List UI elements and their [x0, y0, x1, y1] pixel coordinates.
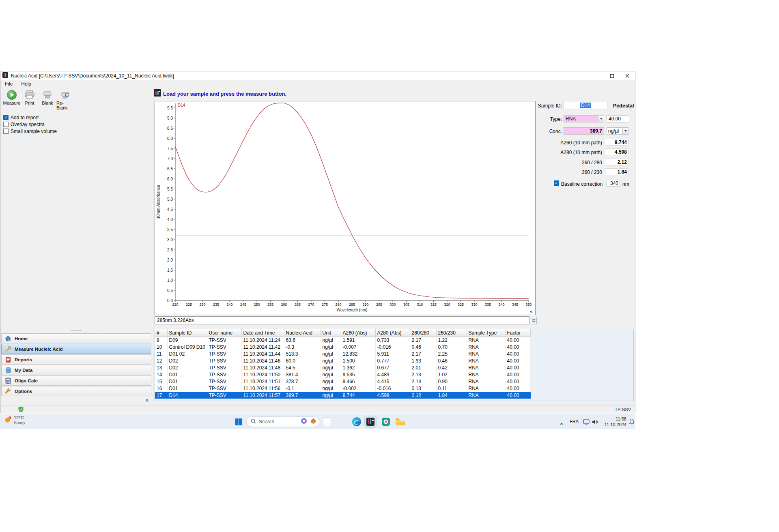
table-cell: 513.3: [284, 350, 321, 357]
x-tick-label: 235: [213, 302, 219, 307]
checkbox-box[interactable]: [3, 129, 9, 134]
checkbox-overlay-spectra[interactable]: Overlay spectra: [3, 121, 153, 128]
checkbox-add-to-report[interactable]: ✓Add to report: [3, 114, 153, 121]
reblank-button[interactable]: Re-Blank: [56, 89, 74, 110]
clock[interactable]: 11:58 11.10.2024: [603, 416, 626, 428]
table-cell: 11.10.2024 11:42: [241, 343, 284, 350]
minimize-button[interactable]: [589, 71, 604, 80]
factor-field[interactable]: 40.00: [607, 115, 629, 122]
table-cell: 2.01: [410, 364, 436, 371]
chevron-down-icon[interactable]: [622, 128, 628, 134]
checkbox-box[interactable]: ✓: [3, 115, 9, 120]
baseline-wavelength-field[interactable]: 340: [607, 180, 620, 187]
column-header[interactable]: A280 (Abs): [375, 329, 410, 337]
menu-file[interactable]: File: [5, 81, 13, 87]
sidebar-item-reports[interactable]: Reports: [1, 354, 151, 365]
titlebar[interactable]: Nucleic Acid [C:\Users\TP-SSV\Documents\…: [0, 71, 635, 80]
conc-field[interactable]: 389.7: [564, 127, 604, 135]
column-header[interactable]: Sample ID: [167, 329, 207, 337]
column-header[interactable]: User name: [207, 329, 241, 337]
maximize-button[interactable]: [604, 71, 620, 80]
tray-expand-icon[interactable]: [560, 420, 564, 427]
start-button[interactable]: [234, 417, 243, 427]
column-header[interactable]: 260/280: [410, 329, 436, 337]
table-cell: D02: [167, 357, 207, 364]
x-tick-label: 240: [226, 302, 232, 307]
table-cell: 1.84: [436, 392, 467, 399]
baseline-correction-checkbox[interactable]: ✓: [554, 180, 559, 186]
table-row-14[interactable]: 14D01TP-SSV11.10.2024 11:50381.4ng/µl9.5…: [155, 371, 530, 378]
volume-icon[interactable]: [592, 419, 598, 426]
table-cell: 11: [155, 350, 167, 357]
table-cell: TP-SSV: [207, 357, 241, 364]
menu-help[interactable]: Help: [21, 81, 31, 87]
type-select[interactable]: RNA: [564, 115, 604, 122]
spectrum-chart[interactable]: 0.00.51.01.52.02.53.03.54.04.55.05.56.06…: [155, 101, 536, 315]
y-tick-label: 7.5: [167, 146, 173, 151]
checkbox-small-sample-volume[interactable]: Small sample volume: [3, 128, 153, 135]
splitter-handle-icon[interactable]: ••••••: [1, 330, 151, 333]
x-tick-label: 340: [498, 302, 504, 307]
language-indicator[interactable]: FRA: [570, 419, 579, 424]
copilot-icon[interactable]: [301, 418, 307, 426]
sample-id-input[interactable]: D14: [564, 102, 607, 109]
print-button[interactable]: Print: [21, 89, 39, 110]
column-header[interactable]: 260/230: [436, 329, 467, 337]
column-header[interactable]: A260 (Abs): [341, 329, 375, 337]
table-row-17[interactable]: 17D14TP-SSV11.10.2024 11:57389.7ng/µl9.7…: [155, 392, 530, 399]
sidebar-item-options[interactable]: Options: [1, 386, 151, 396]
table-cell: -0.016: [375, 343, 410, 350]
column-header[interactable]: #: [155, 329, 167, 337]
table-row-9[interactable]: 9D09TP-SSV11.10.2024 11:2463.6ng/µl1.591…: [155, 337, 530, 343]
blank-button[interactable]: Blank: [39, 89, 56, 110]
checkbox-label: Overlay spectra: [11, 122, 45, 127]
column-header[interactable]: Nucleic Acid: [284, 329, 321, 337]
weather-widget[interactable]: 1 12°C Sunny: [4, 415, 25, 425]
table-row-13[interactable]: 13D02TP-SSV11.10.2024 11:4854.5ng/µl1.36…: [155, 364, 530, 371]
window-title: Nucleic Acid [C:\Users\TP-SSV\Documents\…: [11, 73, 174, 79]
security-shield-icon: [18, 406, 24, 413]
sidebar-item-home[interactable]: Home: [1, 333, 151, 343]
nanodrop-app-icon[interactable]: [364, 416, 377, 428]
table-row-15[interactable]: 15D01TP-SSV11.10.2024 11:51378.7ng/µl9.4…: [155, 378, 530, 385]
conc-unit-select[interactable]: ng/µl: [607, 127, 628, 135]
column-header[interactable]: Factor: [505, 329, 530, 337]
nav-expand-button[interactable]: »: [1, 397, 151, 403]
table-row-12[interactable]: 12D02TP-SSV11.10.2024 11:4660.0ng/µl1.50…: [155, 357, 530, 364]
task-view-icon[interactable]: [323, 417, 331, 426]
sidebar-item-label: My Data: [15, 368, 32, 373]
x-tick-label: 270: [308, 302, 314, 307]
table-cell: 9: [155, 337, 167, 343]
close-button[interactable]: [620, 71, 635, 80]
colored-app-icon[interactable]: [380, 416, 392, 428]
sidebar-item-my-data[interactable]: My Data: [1, 365, 151, 375]
table-row-10[interactable]: 10Control D09 D10TP-SSV11.10.2024 11:42-…: [155, 343, 530, 350]
notification-bell-icon[interactable]: [629, 418, 635, 426]
checkbox-box[interactable]: [3, 122, 9, 127]
file-explorer-icon[interactable]: [394, 416, 407, 428]
cast-icon[interactable]: [583, 419, 590, 426]
measure-button[interactable]: Measure: [3, 89, 21, 110]
x-tick-label: 220: [172, 302, 178, 307]
sidebar-item-measure-nucleic-acid[interactable]: Measure Nucleic Acid: [1, 344, 151, 354]
table-cell: -0.1: [284, 385, 321, 392]
table-cell: ng/µl: [321, 385, 341, 392]
column-header[interactable]: Date and Time: [241, 329, 284, 337]
column-header[interactable]: Sample Type: [467, 329, 505, 337]
table-row-16[interactable]: 16D01TP-SSV11.10.2024 11:56-0.1ng/µl-0.0…: [155, 385, 530, 392]
column-header[interactable]: Unit: [321, 329, 341, 337]
table-row-11[interactable]: 11D01 02TP-SSV11.10.2024 11:44513.3ng/µl…: [155, 350, 530, 357]
search-box[interactable]: Search: [246, 416, 319, 427]
table-cell: 13: [155, 364, 167, 371]
cursor-readout: 285nm 3.226Abs: [155, 316, 529, 324]
table-cell: RNA: [467, 371, 505, 378]
weather-condition: Sunny: [14, 420, 25, 425]
y-tick-label: 4.5: [167, 207, 173, 212]
collapse-panel-button[interactable]: «: [530, 309, 533, 313]
tray-date: 11.10.2024: [603, 422, 626, 427]
edge-icon[interactable]: [351, 416, 363, 428]
expand-table-button[interactable]: [531, 317, 537, 324]
sidebar-item-oligo-calc[interactable]: Oligo Calc: [1, 375, 151, 386]
table-cell: 63.6: [284, 337, 321, 343]
chevron-down-icon[interactable]: [598, 116, 604, 122]
